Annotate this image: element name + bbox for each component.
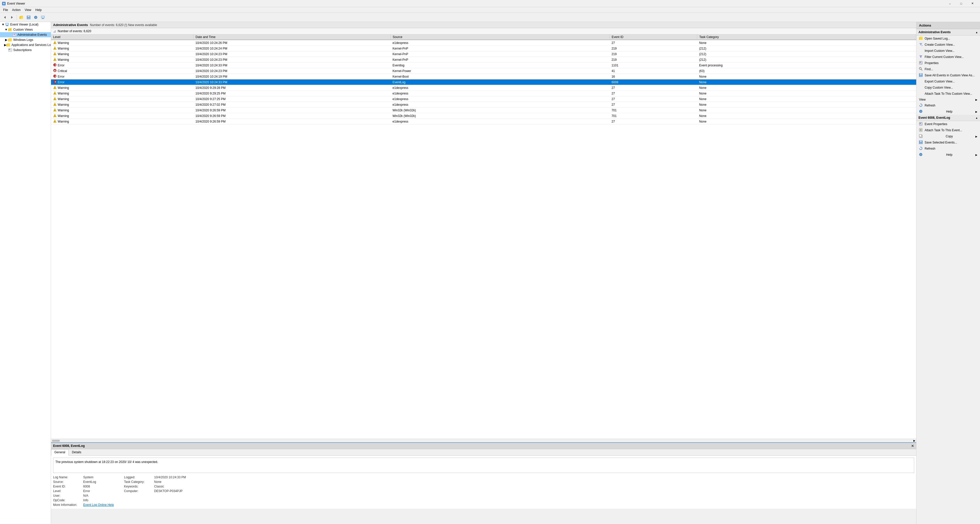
actions-section-event[interactable]: Event 6008, EventLog ▲ xyxy=(916,115,980,121)
action-refresh-top[interactable]: Refresh xyxy=(916,102,980,108)
table-row[interactable]: !Warning10/4/2020 9:26:59 PMWin32k (Win3… xyxy=(51,113,916,119)
expand-app-services[interactable]: ▶ xyxy=(4,43,6,47)
action-properties[interactable]: Properties xyxy=(916,60,980,66)
svg-text:?: ? xyxy=(920,153,922,156)
tree-item-subscriptions[interactable]: Subscriptions xyxy=(0,48,51,53)
action-help-bottom[interactable]: ? Help ▶ xyxy=(916,152,980,158)
col-source[interactable]: Source xyxy=(390,35,609,40)
col-level[interactable]: Level xyxy=(51,35,193,40)
table-row[interactable]: !Warning10/4/2020 10:24:26 PMe1dexpress2… xyxy=(51,40,916,46)
tab-details[interactable]: Details xyxy=(68,449,85,455)
action-create-custom-view[interactable]: Create Custom View... xyxy=(916,41,980,48)
menu-action[interactable]: Action xyxy=(10,8,22,12)
svg-rect-17 xyxy=(6,23,9,25)
table-row[interactable]: ✕Error10/4/2020 10:24:19 PMKernel-Boot16… xyxy=(51,74,916,80)
action-copy-custom-view[interactable]: Copy Custom View... xyxy=(916,84,980,91)
action-find[interactable]: Find... xyxy=(916,66,980,72)
table-row[interactable]: !Warning10/4/2020 9:29:28 PMe1dexpress27… xyxy=(51,85,916,91)
table-row[interactable]: ✕Error10/4/2020 10:24:33 PMEventlog1101E… xyxy=(51,62,916,68)
table-row[interactable]: !Warning10/4/2020 9:27:02 PMe1dexpress27… xyxy=(51,102,916,108)
action-event-properties[interactable]: Event Properties xyxy=(916,121,980,127)
action-copy[interactable]: Copy ▶ xyxy=(916,133,980,139)
minimize-button[interactable]: – xyxy=(944,0,956,7)
action-label-attach-task-view: Attach Task To This Custom View... xyxy=(924,92,972,96)
detail-row-opcode: OpCode: Info xyxy=(53,499,114,502)
cell-taskcategory: None xyxy=(697,85,916,91)
action-view[interactable]: View ▶ xyxy=(916,97,980,102)
tree-item-applications-services[interactable]: ▶ Applications and Services Log xyxy=(0,42,51,48)
actions-section-event-label: Event 6008, EventLog xyxy=(918,116,950,119)
action-label-import-custom-view: Import Custom View... xyxy=(924,49,955,53)
expand-windows-logs[interactable]: ▶ xyxy=(4,38,8,41)
col-datetime[interactable]: Date and Time xyxy=(193,35,390,40)
action-import-custom-view[interactable]: Import Custom View... xyxy=(916,48,980,54)
table-row[interactable]: !Warning10/4/2020 9:26:59 PMWin32k (Win3… xyxy=(51,108,916,113)
close-button[interactable]: ✕ xyxy=(967,0,978,7)
detail-value-taskcategory: None xyxy=(154,480,162,484)
action-filter-current-view[interactable]: Filter Current Custom View... xyxy=(916,54,980,60)
warning-icon: ! xyxy=(53,46,57,51)
toolbar-forward[interactable] xyxy=(9,14,15,21)
cell-level: !Warning xyxy=(51,51,193,57)
maximize-button[interactable]: □ xyxy=(956,0,967,7)
col-taskcategory[interactable]: Task Category xyxy=(697,35,916,40)
level-text: Warning xyxy=(58,92,69,95)
table-row[interactable]: ⊗Critical10/4/2020 10:24:23 PMKernel-Pow… xyxy=(51,68,916,74)
detail-close-button[interactable]: ✕ xyxy=(911,444,914,448)
action-label-refresh-top: Refresh xyxy=(924,104,935,107)
cell-source: Kernel-PnP xyxy=(390,57,609,62)
svg-rect-67 xyxy=(920,73,922,75)
toolbar-save[interactable] xyxy=(25,14,32,21)
level-text: Error xyxy=(58,64,65,67)
tree-item-event-viewer-local[interactable]: ▼ Event Viewer (Local) xyxy=(0,22,51,27)
expand-custom-views[interactable]: ▼ xyxy=(4,28,8,32)
tab-general[interactable]: General xyxy=(51,449,68,456)
toolbar-computer[interactable] xyxy=(40,14,46,21)
expand-event-viewer[interactable]: ▼ xyxy=(1,23,5,26)
action-attach-task-event[interactable]: Attach Task To This Event... xyxy=(916,127,980,133)
toolbar-back[interactable] xyxy=(2,14,8,21)
table-row[interactable]: !Warning10/4/2020 10:24:23 PMKernel-PnP2… xyxy=(51,57,916,62)
action-help-top[interactable]: ? Help ▶ xyxy=(916,108,980,115)
table-row[interactable]: !Warning10/4/2020 10:24:23 PMKernel-PnP2… xyxy=(51,51,916,57)
toolbar-open-folder[interactable] xyxy=(18,14,25,21)
actions-section-admin-events[interactable]: Administrative Events ▲ xyxy=(916,29,980,35)
toolbar-help[interactable]: ? xyxy=(32,14,39,21)
horizontal-scrollbar[interactable]: ▶ xyxy=(51,439,916,442)
svg-rect-8 xyxy=(27,16,30,17)
cell-taskcategory: (63) xyxy=(697,68,916,74)
action-refresh-bottom[interactable]: Refresh xyxy=(916,145,980,152)
menu-file[interactable]: File xyxy=(1,8,10,12)
action-label-save-all-events: Save All Events in Custom View As... xyxy=(924,73,975,77)
menu-help[interactable]: Help xyxy=(33,8,44,12)
tree-item-windows-logs[interactable]: ▶ Windows Logs xyxy=(0,37,51,42)
action-label-filter-current-view: Filter Current Custom View... xyxy=(924,55,964,59)
level-text: Warning xyxy=(58,53,69,56)
menu-view[interactable]: View xyxy=(23,8,33,12)
table-row[interactable]: !Warning10/4/2020 9:26:59 PMe1dexpress27… xyxy=(51,119,916,124)
action-save-all-events[interactable]: Save All Events in Custom View As... xyxy=(916,72,980,78)
action-attach-task-view[interactable]: Attach Task To This Custom View... xyxy=(916,91,980,97)
attach-task-view-icon xyxy=(919,92,923,96)
tree-item-custom-views[interactable]: ▼ Custom Views xyxy=(0,27,51,32)
cell-taskcategory: None xyxy=(697,119,916,124)
table-row[interactable]: ✕Error10/4/2020 10:24:33 PMEventLog6008N… xyxy=(51,80,916,85)
cell-datetime: 10/4/2020 9:26:59 PM xyxy=(193,113,390,119)
create-custom-view-icon xyxy=(919,43,923,47)
scroll-right-btn[interactable]: ▶ xyxy=(913,439,916,443)
tree-item-administrative-events[interactable]: Administrative Events xyxy=(0,32,51,37)
event-table-container[interactable]: Level Date and Time Source Event ID Task… xyxy=(51,35,916,439)
table-row[interactable]: !Warning10/4/2020 9:27:25 PMe1dexpress27… xyxy=(51,96,916,102)
detail-link-online-help[interactable]: Event Log Online Help xyxy=(83,503,114,506)
detail-value-computer: DESKTOP-P034PJP xyxy=(154,489,183,493)
svg-rect-6 xyxy=(21,16,23,19)
action-export-custom-view[interactable]: Export Custom View... xyxy=(916,78,980,84)
table-row[interactable]: !Warning10/4/2020 9:29:25 PMe1dexpress27… xyxy=(51,91,916,96)
table-row[interactable]: !Warning10/4/2020 10:24:24 PMKernel-PnP2… xyxy=(51,46,916,51)
svg-text:!: ! xyxy=(55,48,56,50)
action-save-selected-events[interactable]: Save Selected Events... xyxy=(916,139,980,145)
action-open-saved-log[interactable]: Open Saved Log... xyxy=(916,35,980,41)
tree-label-subscriptions: Subscriptions xyxy=(13,48,32,52)
col-eventid[interactable]: Event ID xyxy=(609,35,697,40)
cell-taskcategory: None xyxy=(697,96,916,102)
